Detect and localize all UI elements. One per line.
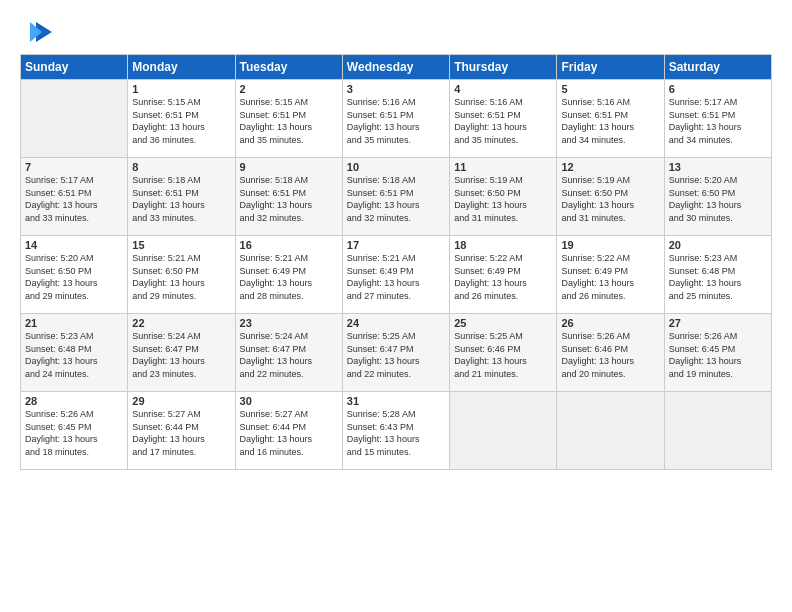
day-info: Sunrise: 5:26 AM Sunset: 6:45 PM Dayligh… [25, 408, 123, 458]
day-number: 18 [454, 239, 552, 251]
day-number: 17 [347, 239, 445, 251]
week-row-5: 28Sunrise: 5:26 AM Sunset: 6:45 PM Dayli… [21, 392, 772, 470]
header-day-thursday: Thursday [450, 55, 557, 80]
day-number: 12 [561, 161, 659, 173]
week-row-3: 14Sunrise: 5:20 AM Sunset: 6:50 PM Dayli… [21, 236, 772, 314]
day-number: 14 [25, 239, 123, 251]
page: SundayMondayTuesdayWednesdayThursdayFrid… [0, 0, 792, 612]
day-cell [21, 80, 128, 158]
day-cell: 6Sunrise: 5:17 AM Sunset: 6:51 PM Daylig… [664, 80, 771, 158]
day-number: 2 [240, 83, 338, 95]
day-info: Sunrise: 5:20 AM Sunset: 6:50 PM Dayligh… [669, 174, 767, 224]
calendar-table: SundayMondayTuesdayWednesdayThursdayFrid… [20, 54, 772, 470]
day-cell: 14Sunrise: 5:20 AM Sunset: 6:50 PM Dayli… [21, 236, 128, 314]
day-number: 1 [132, 83, 230, 95]
day-cell: 1Sunrise: 5:15 AM Sunset: 6:51 PM Daylig… [128, 80, 235, 158]
week-row-2: 7Sunrise: 5:17 AM Sunset: 6:51 PM Daylig… [21, 158, 772, 236]
day-number: 24 [347, 317, 445, 329]
day-cell: 29Sunrise: 5:27 AM Sunset: 6:44 PM Dayli… [128, 392, 235, 470]
day-cell: 7Sunrise: 5:17 AM Sunset: 6:51 PM Daylig… [21, 158, 128, 236]
day-cell: 15Sunrise: 5:21 AM Sunset: 6:50 PM Dayli… [128, 236, 235, 314]
day-info: Sunrise: 5:22 AM Sunset: 6:49 PM Dayligh… [561, 252, 659, 302]
day-info: Sunrise: 5:24 AM Sunset: 6:47 PM Dayligh… [240, 330, 338, 380]
day-cell: 26Sunrise: 5:26 AM Sunset: 6:46 PM Dayli… [557, 314, 664, 392]
day-number: 16 [240, 239, 338, 251]
week-row-1: 1Sunrise: 5:15 AM Sunset: 6:51 PM Daylig… [21, 80, 772, 158]
day-number: 19 [561, 239, 659, 251]
day-number: 3 [347, 83, 445, 95]
day-info: Sunrise: 5:25 AM Sunset: 6:46 PM Dayligh… [454, 330, 552, 380]
day-info: Sunrise: 5:17 AM Sunset: 6:51 PM Dayligh… [669, 96, 767, 146]
day-info: Sunrise: 5:23 AM Sunset: 6:48 PM Dayligh… [25, 330, 123, 380]
day-number: 6 [669, 83, 767, 95]
day-cell: 4Sunrise: 5:16 AM Sunset: 6:51 PM Daylig… [450, 80, 557, 158]
day-cell: 2Sunrise: 5:15 AM Sunset: 6:51 PM Daylig… [235, 80, 342, 158]
day-cell: 19Sunrise: 5:22 AM Sunset: 6:49 PM Dayli… [557, 236, 664, 314]
day-info: Sunrise: 5:15 AM Sunset: 6:51 PM Dayligh… [240, 96, 338, 146]
day-number: 23 [240, 317, 338, 329]
day-number: 7 [25, 161, 123, 173]
day-cell: 13Sunrise: 5:20 AM Sunset: 6:50 PM Dayli… [664, 158, 771, 236]
day-info: Sunrise: 5:18 AM Sunset: 6:51 PM Dayligh… [347, 174, 445, 224]
day-info: Sunrise: 5:27 AM Sunset: 6:44 PM Dayligh… [132, 408, 230, 458]
week-row-4: 21Sunrise: 5:23 AM Sunset: 6:48 PM Dayli… [21, 314, 772, 392]
day-info: Sunrise: 5:16 AM Sunset: 6:51 PM Dayligh… [561, 96, 659, 146]
day-info: Sunrise: 5:21 AM Sunset: 6:49 PM Dayligh… [240, 252, 338, 302]
day-cell: 17Sunrise: 5:21 AM Sunset: 6:49 PM Dayli… [342, 236, 449, 314]
header-day-tuesday: Tuesday [235, 55, 342, 80]
day-info: Sunrise: 5:19 AM Sunset: 6:50 PM Dayligh… [454, 174, 552, 224]
day-info: Sunrise: 5:26 AM Sunset: 6:46 PM Dayligh… [561, 330, 659, 380]
header-day-wednesday: Wednesday [342, 55, 449, 80]
day-info: Sunrise: 5:25 AM Sunset: 6:47 PM Dayligh… [347, 330, 445, 380]
day-number: 13 [669, 161, 767, 173]
day-number: 4 [454, 83, 552, 95]
day-info: Sunrise: 5:20 AM Sunset: 6:50 PM Dayligh… [25, 252, 123, 302]
day-info: Sunrise: 5:22 AM Sunset: 6:49 PM Dayligh… [454, 252, 552, 302]
day-info: Sunrise: 5:21 AM Sunset: 6:50 PM Dayligh… [132, 252, 230, 302]
day-info: Sunrise: 5:21 AM Sunset: 6:49 PM Dayligh… [347, 252, 445, 302]
header-row: SundayMondayTuesdayWednesdayThursdayFrid… [21, 55, 772, 80]
day-number: 8 [132, 161, 230, 173]
day-cell: 8Sunrise: 5:18 AM Sunset: 6:51 PM Daylig… [128, 158, 235, 236]
header-day-saturday: Saturday [664, 55, 771, 80]
day-cell: 16Sunrise: 5:21 AM Sunset: 6:49 PM Dayli… [235, 236, 342, 314]
header-day-monday: Monday [128, 55, 235, 80]
day-cell [450, 392, 557, 470]
day-cell: 24Sunrise: 5:25 AM Sunset: 6:47 PM Dayli… [342, 314, 449, 392]
day-number: 9 [240, 161, 338, 173]
day-cell: 11Sunrise: 5:19 AM Sunset: 6:50 PM Dayli… [450, 158, 557, 236]
day-number: 21 [25, 317, 123, 329]
day-cell: 25Sunrise: 5:25 AM Sunset: 6:46 PM Dayli… [450, 314, 557, 392]
day-cell: 18Sunrise: 5:22 AM Sunset: 6:49 PM Dayli… [450, 236, 557, 314]
day-number: 11 [454, 161, 552, 173]
day-info: Sunrise: 5:24 AM Sunset: 6:47 PM Dayligh… [132, 330, 230, 380]
day-cell [557, 392, 664, 470]
logo [20, 18, 56, 46]
day-number: 27 [669, 317, 767, 329]
day-cell: 27Sunrise: 5:26 AM Sunset: 6:45 PM Dayli… [664, 314, 771, 392]
day-number: 22 [132, 317, 230, 329]
day-cell: 28Sunrise: 5:26 AM Sunset: 6:45 PM Dayli… [21, 392, 128, 470]
day-number: 26 [561, 317, 659, 329]
day-info: Sunrise: 5:18 AM Sunset: 6:51 PM Dayligh… [132, 174, 230, 224]
day-cell: 3Sunrise: 5:16 AM Sunset: 6:51 PM Daylig… [342, 80, 449, 158]
day-cell: 31Sunrise: 5:28 AM Sunset: 6:43 PM Dayli… [342, 392, 449, 470]
day-number: 29 [132, 395, 230, 407]
day-cell: 20Sunrise: 5:23 AM Sunset: 6:48 PM Dayli… [664, 236, 771, 314]
day-number: 28 [25, 395, 123, 407]
day-cell: 5Sunrise: 5:16 AM Sunset: 6:51 PM Daylig… [557, 80, 664, 158]
day-info: Sunrise: 5:15 AM Sunset: 6:51 PM Dayligh… [132, 96, 230, 146]
day-number: 31 [347, 395, 445, 407]
day-cell: 12Sunrise: 5:19 AM Sunset: 6:50 PM Dayli… [557, 158, 664, 236]
day-info: Sunrise: 5:17 AM Sunset: 6:51 PM Dayligh… [25, 174, 123, 224]
day-number: 30 [240, 395, 338, 407]
day-cell: 10Sunrise: 5:18 AM Sunset: 6:51 PM Dayli… [342, 158, 449, 236]
day-cell: 23Sunrise: 5:24 AM Sunset: 6:47 PM Dayli… [235, 314, 342, 392]
day-cell: 22Sunrise: 5:24 AM Sunset: 6:47 PM Dayli… [128, 314, 235, 392]
day-number: 10 [347, 161, 445, 173]
day-info: Sunrise: 5:16 AM Sunset: 6:51 PM Dayligh… [454, 96, 552, 146]
day-info: Sunrise: 5:23 AM Sunset: 6:48 PM Dayligh… [669, 252, 767, 302]
header-day-friday: Friday [557, 55, 664, 80]
day-cell: 9Sunrise: 5:18 AM Sunset: 6:51 PM Daylig… [235, 158, 342, 236]
day-number: 15 [132, 239, 230, 251]
